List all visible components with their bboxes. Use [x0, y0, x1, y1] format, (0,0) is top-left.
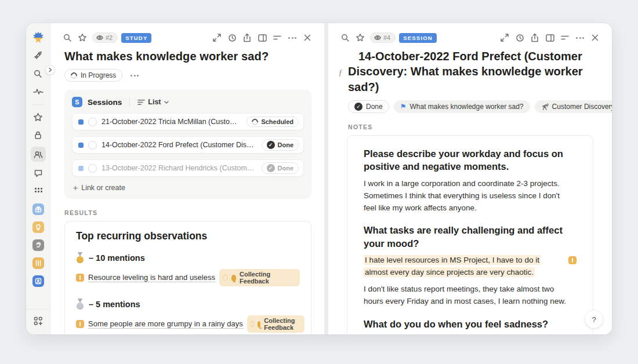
close-icon[interactable] — [300, 31, 315, 44]
medal-row: – 5 mentions — [76, 299, 300, 310]
feedback-state-pill[interactable]: Collecting Feedback — [247, 315, 304, 333]
session-content: ƒ 14-October-2022 Ford Prefect (Customer… — [328, 44, 612, 334]
sessions-label[interactable]: Sessions — [88, 98, 122, 107]
favorites-star-icon[interactable] — [31, 111, 46, 123]
entity-id-pill[interactable]: #2 — [92, 32, 118, 43]
sessions-database-icon: S — [72, 97, 82, 107]
row-checkbox[interactable] — [88, 118, 97, 126]
add-app-icon[interactable] — [34, 316, 43, 328]
status-pill[interactable]: In Progress — [64, 69, 122, 82]
link-or-create-button[interactable]: + Link or create — [72, 184, 304, 192]
session-pills-row: ✓ Done ⚑ What makes knowledge worker sad… — [348, 100, 594, 113]
session-title[interactable]: 14-October-2022 Ford Prefect (Customer D… — [348, 49, 594, 94]
entity-bullet-icon — [78, 119, 84, 125]
highlighted-text[interactable]: I hate level resources in MS Project, I … — [364, 255, 541, 277]
sidebar-expand-button[interactable] — [45, 65, 55, 75]
insight-row: Some people are more grumpy in a rainy d… — [76, 315, 300, 333]
study-title[interactable]: What makes knowledge worker sad? — [64, 50, 311, 63]
star-icon[interactable] — [353, 31, 368, 44]
note-question: Please describe your workday and focus o… — [364, 147, 577, 173]
session-status-pill[interactable]: ✓ Done — [262, 162, 299, 174]
notes-icon[interactable] — [31, 167, 46, 180]
feedback-label: Collecting Feedback — [264, 317, 299, 331]
expand-icon[interactable] — [209, 31, 224, 44]
entity-id-pill[interactable]: #4 — [370, 32, 396, 43]
done-check-icon: ✓ — [267, 141, 275, 149]
study-toolbar: #2 STUDY — [50, 23, 324, 44]
status-row: In Progress — [64, 69, 311, 82]
row-checkbox[interactable] — [88, 164, 97, 173]
silver-medal-icon — [76, 299, 84, 310]
panels-container: #2 STUDY What makes knowledge worker sad… — [50, 23, 612, 334]
feature-relation-pill[interactable]: Customer Discovery — [535, 100, 612, 113]
reference-icon — [374, 35, 381, 41]
entity-type-badge[interactable]: SESSION — [399, 33, 437, 43]
fibery-logo-icon[interactable] — [31, 31, 46, 44]
sidebar — [26, 23, 50, 334]
session-row-title[interactable]: 14-October-2022 Ford Prefect (Customer D… — [102, 141, 257, 149]
session-row-title[interactable]: 21-October-2022 Tricia McMillan (Custome… — [102, 118, 242, 126]
members-icon[interactable] — [31, 147, 46, 162]
link-or-create-label: Link or create — [81, 184, 125, 192]
dotted-circle-icon — [251, 321, 255, 327]
search-icon[interactable] — [60, 31, 75, 44]
layout-options-icon[interactable] — [557, 31, 572, 44]
star-icon[interactable] — [75, 31, 90, 44]
search-icon[interactable] — [31, 67, 46, 80]
activity-pulse-icon[interactable] — [31, 85, 46, 98]
apps-grid-icon[interactable] — [31, 185, 46, 198]
more-options-icon[interactable] — [572, 31, 588, 44]
session-title-row: ƒ 14-October-2022 Ford Prefect (Customer… — [336, 49, 594, 94]
ear-app-icon[interactable] — [31, 239, 46, 252]
note-question: What tasks are really challenging and af… — [364, 224, 577, 250]
session-row[interactable]: 14-October-2022 Ford Prefect (Customer D… — [72, 136, 304, 154]
share-icon[interactable] — [240, 31, 255, 44]
close-icon[interactable] — [588, 31, 603, 44]
dotted-circle-icon — [223, 275, 228, 281]
app-window: #2 STUDY What makes knowledge worker sad… — [26, 23, 612, 334]
study-relation-pill[interactable]: ⚑ What makes knowledge worker sad? — [394, 100, 530, 113]
separator — [129, 97, 130, 107]
abacus-app-icon[interactable] — [31, 257, 46, 270]
history-icon[interactable] — [224, 31, 240, 44]
row-checkbox[interactable] — [88, 141, 97, 150]
status-pill[interactable]: ✓ Done — [348, 100, 389, 113]
session-row-title[interactable]: 13-October-2022 Richard Hendricks (Custo… — [102, 164, 257, 172]
entity-id: #4 — [383, 34, 390, 41]
session-row[interactable]: 21-October-2022 Tricia McMillan (Custome… — [72, 113, 304, 130]
reference-icon — [96, 35, 103, 41]
session-status-pill[interactable]: Scheduled — [246, 117, 299, 127]
study-relation-label: What makes knowledge worker sad? — [409, 103, 523, 111]
side-panel-icon[interactable] — [255, 31, 270, 44]
notes-card[interactable]: Please describe your workday and focus o… — [347, 135, 593, 334]
lock-icon[interactable] — [31, 129, 46, 141]
insight-icon[interactable] — [568, 256, 577, 264]
done-check-icon: ✓ — [354, 103, 362, 111]
medal-row: – 10 mentions — [76, 252, 300, 263]
view-switcher[interactable]: List — [137, 98, 168, 106]
layout-options-icon[interactable] — [270, 31, 285, 44]
session-row[interactable]: 13-October-2022 Richard Hendricks (Custo… — [72, 159, 304, 177]
feedback-state-pill[interactable]: Collecting Feedback — [219, 269, 300, 286]
session-status-pill[interactable]: ✓ Done — [262, 139, 299, 151]
help-button[interactable]: ? — [585, 311, 603, 328]
expand-icon[interactable] — [497, 31, 512, 44]
side-panel-icon[interactable] — [542, 31, 557, 44]
user-card-app-icon[interactable] — [31, 275, 46, 287]
more-options-icon[interactable] — [285, 31, 300, 44]
lightbulb-app-icon[interactable] — [31, 221, 46, 234]
status-more-icon[interactable] — [128, 72, 141, 79]
gold-medal-icon — [76, 252, 84, 263]
rocket-icon[interactable] — [31, 49, 46, 62]
insight-link[interactable]: Some people are more grumpy in a rainy d… — [88, 319, 243, 329]
view-label: List — [148, 98, 161, 106]
study-panel: #2 STUDY What makes knowledge worker sad… — [50, 23, 324, 334]
share-icon[interactable] — [527, 31, 542, 44]
in-progress-icon — [70, 71, 78, 79]
entity-type-badge[interactable]: STUDY — [121, 33, 151, 43]
insight-link[interactable]: Resource leveling is hard and useless — [88, 273, 215, 282]
mentions-count: – 5 mentions — [89, 300, 140, 309]
history-icon[interactable] — [512, 31, 527, 44]
search-icon[interactable] — [338, 31, 353, 44]
gift-app-icon[interactable] — [31, 203, 46, 216]
